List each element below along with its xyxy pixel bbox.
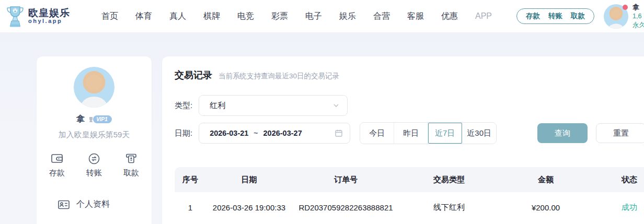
wallet-icon [50, 152, 64, 165]
date-start-value: 2026-03-21 [210, 129, 248, 137]
avatar-image [74, 67, 114, 108]
nav-entertainment[interactable]: 娱乐 [339, 11, 356, 22]
trophy-logo-icon [5, 5, 25, 28]
date-separator: ~ [254, 129, 258, 137]
nav-cards[interactable]: 棋牌 [203, 11, 220, 22]
date-filter-row: 日期: 2026-03-21 ~ 2026-03-27 今日 昨日 近7日 近3… [175, 122, 644, 144]
withdraw-icon [124, 152, 138, 165]
sidebar-item-vip[interactable]: VIP特权 [37, 217, 152, 224]
profile-sidebar: 拿 VIP1 加入欧皇娱乐第59天 [37, 56, 152, 224]
sidebar-withdraw-label: 取款 [123, 168, 139, 178]
sidebar-transfer-label: 转账 [86, 168, 102, 178]
main-nav: 首页 体育 真人 棋牌 电竞 彩票 电子 娱乐 合营 客服 优惠 APP [101, 11, 492, 22]
col-type: 交易类型 [399, 175, 499, 185]
page-title: 交易记录 [175, 69, 212, 81]
quick-range-7days[interactable]: 近7日 [428, 123, 462, 144]
type-label: 类型: [175, 101, 192, 111]
col-status: 状态 [593, 175, 644, 185]
query-button[interactable]: 查询 [537, 123, 588, 143]
logo-domain: ohyl.app [28, 18, 70, 25]
sidebar-item-profile[interactable]: 个人资料 [37, 192, 152, 217]
header-username: 拿 [632, 3, 644, 12]
transactions-table: 序号 日期 订单号 交易类型 金额 状态 1 2026-03-26 19:00:… [175, 167, 644, 222]
reset-button[interactable]: 重置 [596, 123, 644, 143]
id-card-icon [58, 199, 70, 210]
status-badge: 成功 [593, 203, 644, 213]
quick-range-today[interactable]: 今日 [360, 123, 394, 144]
wallet-actions-pill: 存款 转账 取款 [516, 8, 594, 24]
nav-sports[interactable]: 体育 [135, 11, 152, 22]
header-avatar[interactable] [604, 4, 628, 29]
site-logo[interactable]: 欧皇娱乐 ohyl.app [5, 5, 70, 28]
vip-badge: VIP1 [87, 115, 112, 123]
date-range-picker[interactable]: 2026-03-21 ~ 2026-03-27 [199, 123, 350, 144]
nav-app[interactable]: APP [475, 11, 492, 21]
table-header-row: 序号 日期 订单号 交易类型 金额 状态 [175, 167, 644, 192]
nav-slots[interactable]: 电子 [305, 11, 322, 22]
cell-type: 线下红利 [399, 203, 499, 213]
sidebar-quick-actions: 存款 转账 [37, 152, 152, 178]
type-select[interactable]: 红利 [199, 95, 348, 116]
logo-text: 欧皇娱乐 ohyl.app [28, 8, 70, 24]
cell-date: 2026-03-26 19:00:33 [206, 203, 292, 212]
quick-range-yesterday[interactable]: 昨日 [394, 123, 428, 144]
quick-range-30days[interactable]: 近30日 [462, 123, 496, 144]
vip-level-label: VIP1 [93, 115, 112, 123]
sidebar-deposit-button[interactable]: 存款 [49, 152, 65, 178]
nav-home[interactable]: 首页 [101, 11, 118, 22]
date-label: 日期: [175, 128, 192, 138]
logo-title: 欧皇娱乐 [28, 8, 70, 18]
cell-order-no: RD2037059282263888821 [292, 203, 399, 212]
header-withdraw-button[interactable]: 取款 [571, 11, 585, 21]
sidebar-menu: 个人资料 VIP特权 [37, 192, 152, 224]
col-order-no: 订单号 [292, 175, 399, 185]
profile-avatar[interactable] [74, 67, 114, 108]
quick-range-group: 今日 昨日 近7日 近30日 [360, 122, 497, 144]
chevron-down-icon [332, 102, 340, 109]
col-index: 序号 [175, 175, 206, 185]
notification-dot [623, 5, 628, 10]
sidebar-deposit-label: 存款 [49, 168, 65, 178]
nav-live[interactable]: 真人 [169, 11, 186, 22]
col-amount: 金额 [499, 175, 593, 185]
date-end-value: 2026-03-27 [263, 129, 302, 137]
calendar-icon [335, 129, 343, 137]
nav-affiliate[interactable]: 合营 [373, 11, 390, 22]
sidebar-withdraw-button[interactable]: 取款 [123, 152, 139, 178]
page: 欧皇娱乐 ohyl.app 首页 体育 真人 棋牌 电竞 彩票 电子 娱乐 合营… [0, 0, 644, 224]
header-user-info[interactable]: 拿 1,6 永久 [632, 3, 644, 29]
type-filter-row: 类型: 红利 [175, 95, 644, 116]
cell-amount: ¥200.00 [499, 203, 593, 212]
nav-lottery[interactable]: 彩票 [271, 11, 288, 22]
header-perm-text: 永久 [632, 21, 644, 30]
nav-esports[interactable]: 电竞 [237, 11, 254, 22]
page-subtitle: 当前系统支持查询最近30日的交易记录 [218, 72, 339, 81]
table-row: 1 2026-03-26 19:00:33 RD2037059282263888… [175, 192, 644, 222]
profile-username: 拿 [76, 114, 85, 125]
join-days-text: 加入欧皇娱乐第59天 [37, 130, 152, 140]
nav-promotions[interactable]: 优惠 [441, 11, 458, 22]
transfer-icon [87, 152, 101, 165]
cell-index: 1 [175, 203, 206, 212]
top-header: 欧皇娱乐 ohyl.app 首页 体育 真人 棋牌 电竞 彩票 电子 娱乐 合营… [0, 0, 644, 33]
transaction-records-panel: 交易记录 当前系统支持查询最近30日的交易记录 类型: 红利 日期: 2026-… [162, 56, 644, 224]
sidebar-profile-label: 个人资料 [76, 199, 110, 210]
header-balance: 1,6 [632, 12, 644, 21]
nav-support[interactable]: 客服 [407, 11, 424, 22]
header-transfer-button[interactable]: 转账 [548, 11, 562, 21]
col-date: 日期 [206, 175, 292, 185]
type-select-value: 红利 [210, 101, 332, 111]
header-deposit-button[interactable]: 存款 [526, 11, 540, 21]
sidebar-transfer-button[interactable]: 转账 [86, 152, 102, 178]
